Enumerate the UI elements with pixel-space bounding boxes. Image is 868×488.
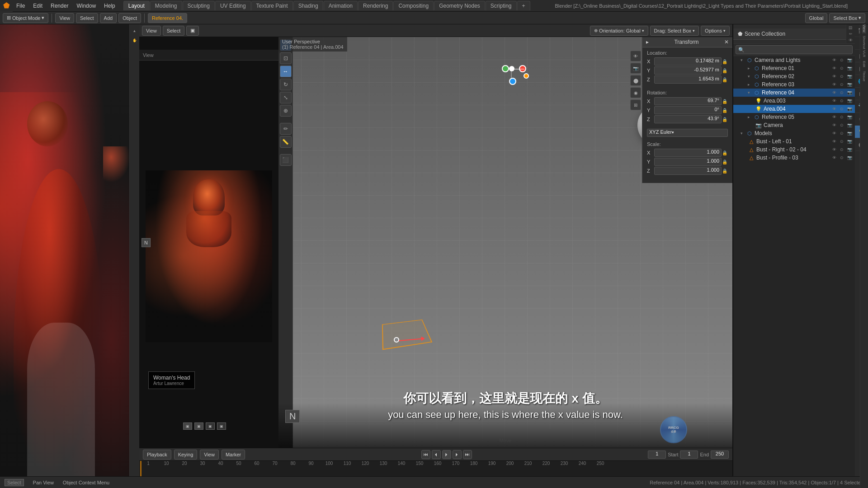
tree-item-ref05[interactable]: ▸ ⬡ Reference 05 👁 ⊙ 📷 bbox=[733, 113, 855, 121]
vp-select-btn[interactable]: Select bbox=[163, 26, 185, 36]
transform-panel-header[interactable]: ▸ Transform ✕ bbox=[642, 37, 732, 47]
tree-render-area004[interactable]: 📷 bbox=[846, 106, 853, 112]
tree-item-camera[interactable]: 📷 Camera 👁 ⊙ 📷 bbox=[733, 121, 855, 129]
rot-x-lock[interactable]: 🔒 bbox=[722, 99, 728, 104]
scene-search-input[interactable] bbox=[736, 45, 853, 54]
tree-item-models[interactable]: ▾ ⬡ Models 👁 ⊙ 📷 bbox=[733, 129, 855, 137]
loc-y-lock[interactable]: 🔒 bbox=[722, 68, 728, 73]
tree-item-area003[interactable]: 💡 Area.003 👁 ⊙ 📷 bbox=[733, 97, 855, 105]
scale-z-input[interactable]: 1.000 bbox=[654, 167, 722, 175]
end-frame[interactable]: 250 bbox=[711, 450, 729, 459]
rotation-z-input[interactable]: 43.9° bbox=[654, 115, 722, 123]
tree-item-bust-right[interactable]: △ Bust - Right - 02 - 04 👁 ⊙ 📷 bbox=[733, 145, 855, 154]
jump-end-btn[interactable]: ⏭ bbox=[463, 450, 472, 459]
tree-eye-bust-profile[interactable]: 👁 bbox=[831, 155, 837, 161]
tab-animation[interactable]: Animation bbox=[324, 1, 358, 10]
left-panel-icon-1[interactable]: ▲ bbox=[131, 27, 139, 35]
scene-coll-icon-2[interactable]: ✏ bbox=[846, 31, 855, 37]
tree-render-ref01[interactable]: 📷 bbox=[846, 65, 853, 71]
transform-tool[interactable]: ⊕ bbox=[280, 105, 292, 117]
tree-arrow-ref01[interactable]: ▸ bbox=[748, 66, 753, 70]
tree-item-ref03[interactable]: ▸ ⬡ Reference 03 👁 ⊙ 📷 bbox=[733, 80, 855, 89]
tree-eye-bust-right[interactable]: 👁 bbox=[831, 146, 837, 153]
tree-cursor-models[interactable]: ⊙ bbox=[839, 130, 845, 136]
tree-render-ref03[interactable]: 📷 bbox=[846, 81, 853, 88]
menu-edit[interactable]: Edit bbox=[29, 2, 46, 10]
tree-item-camera-lights[interactable]: ▾ ⬡ Camera and Lights 👁 ⊙ 📷 bbox=[733, 56, 855, 64]
vp-camera-btn[interactable]: 📷 bbox=[630, 63, 641, 74]
scene-coll-icon-1[interactable]: ▤ bbox=[846, 24, 855, 31]
next-frame-btn[interactable]: ⏵ bbox=[453, 450, 462, 459]
tree-render-bust-profile[interactable]: 📷 bbox=[846, 155, 853, 161]
timeline-tab-playback[interactable]: Playback bbox=[143, 450, 171, 460]
timeline-controls[interactable]: 1 10 20 30 40 50 60 70 80 90 100 110 120… bbox=[139, 461, 732, 476]
tree-eye-ref02[interactable]: 👁 bbox=[831, 73, 837, 80]
main-3d-viewport[interactable]: User Perspective (1) Reference 04 | Area… bbox=[278, 37, 732, 448]
location-z-input[interactable]: 1.6543 m bbox=[654, 75, 722, 84]
scale-y-lock[interactable]: 🔒 bbox=[722, 160, 728, 164]
blender-logo[interactable]: ⬟ bbox=[0, 0, 13, 12]
tab-layout[interactable]: Layout bbox=[123, 1, 150, 10]
scale-tool[interactable]: ⤡ bbox=[280, 92, 292, 103]
rotation-y-input[interactable]: 0° bbox=[654, 106, 722, 114]
current-frame[interactable]: 1 bbox=[648, 450, 666, 459]
panel-tab-shortcut[interactable]: Shortcut VLR bbox=[862, 34, 866, 59]
tree-eye-ref03[interactable]: 👁 bbox=[831, 81, 837, 88]
tab-scripting[interactable]: Scripting bbox=[486, 1, 517, 10]
tree-item-ref04[interactable]: ▾ ⬡ Reference 04 👁 ⊙ 📷 bbox=[733, 89, 855, 97]
scale-y-input[interactable]: 1.000 bbox=[654, 158, 722, 166]
tree-arrow-ref02[interactable]: ▾ bbox=[748, 74, 753, 79]
tab-texture-paint[interactable]: Texture Paint bbox=[251, 1, 293, 10]
tree-eye-models[interactable]: 👁 bbox=[831, 130, 837, 136]
loc-x-lock[interactable]: 🔒 bbox=[722, 59, 728, 64]
play-btn[interactable]: ⏵ bbox=[442, 450, 451, 459]
tree-cursor-ref04[interactable]: ⊙ bbox=[839, 89, 845, 96]
tab-compositing[interactable]: Compositing bbox=[393, 1, 434, 10]
tree-cursor-ref02[interactable]: ⊙ bbox=[839, 73, 845, 80]
tree-cursor-ref03[interactable]: ⊙ bbox=[839, 81, 845, 88]
tab-geometry-nodes[interactable]: Geometry Nodes bbox=[434, 1, 485, 10]
timeline-tab-view[interactable]: View bbox=[200, 450, 219, 460]
loc-z-lock[interactable]: 🔒 bbox=[722, 77, 728, 82]
tree-arrow-models[interactable]: ▾ bbox=[741, 131, 746, 136]
tree-render-ref02[interactable]: 📷 bbox=[846, 73, 853, 80]
tree-render-models[interactable]: 📷 bbox=[846, 130, 853, 136]
tree-item-bust-profile[interactable]: △ Bust - Profile - 03 👁 ⊙ 📷 bbox=[733, 154, 855, 162]
tree-render-ref05[interactable]: 📷 bbox=[846, 114, 853, 120]
tree-eye-ref04[interactable]: 👁 bbox=[831, 89, 837, 96]
tree-item-ref01[interactable]: ▸ ⬡ Reference 01 👁 ⊙ 📷 bbox=[733, 64, 855, 72]
drag-select[interactable]: Drag: Select Box ▾ bbox=[650, 26, 699, 36]
tab-shading[interactable]: Shading bbox=[293, 1, 323, 10]
tree-render-ref04[interactable]: 📷 bbox=[846, 89, 853, 96]
vp-overlay-btn[interactable]: ◉ bbox=[630, 87, 641, 98]
tree-render-bust-left[interactable]: 📷 bbox=[846, 138, 853, 145]
tree-cursor-ref05[interactable]: ⊙ bbox=[839, 114, 845, 120]
drag-select-box[interactable]: Select Box▾ bbox=[829, 13, 865, 23]
rotation-mode-dropdown[interactable]: XYZ Euler▾ bbox=[647, 129, 728, 137]
timeline-tab-keying[interactable]: Keying bbox=[174, 450, 198, 460]
panel-tab-tissue[interactable]: Tissue bbox=[862, 70, 866, 83]
select-box-tool[interactable]: ⊡ bbox=[280, 52, 292, 64]
move-tool[interactable]: ↔ bbox=[280, 66, 292, 77]
measure-tool[interactable]: 📏 bbox=[280, 136, 292, 148]
menu-window[interactable]: Window bbox=[73, 2, 99, 10]
tree-cursor-ref01[interactable]: ⊙ bbox=[839, 65, 845, 71]
options-btn[interactable]: Options ▾ bbox=[701, 26, 730, 36]
add-cube-tool[interactable]: ⬛ bbox=[280, 154, 292, 166]
tree-cursor-area004[interactable]: ⊙ bbox=[839, 106, 845, 112]
tree-render-bust-right[interactable]: 📷 bbox=[846, 146, 853, 153]
scale-x-lock[interactable]: 🔒 bbox=[722, 150, 728, 155]
tree-item-bust-left[interactable]: △ Bust - Left - 01 👁 ⊙ 📷 bbox=[733, 137, 855, 145]
panel-tab-view[interactable]: View bbox=[862, 23, 866, 33]
tree-cursor-area003[interactable]: ⊙ bbox=[839, 98, 845, 104]
tree-arrow-1[interactable]: ▾ bbox=[741, 58, 746, 62]
jump-start-btn[interactable]: ⏮ bbox=[421, 450, 430, 459]
location-x-input[interactable]: 0.17482 m bbox=[654, 57, 722, 66]
tree-render-camera[interactable]: 📷 bbox=[846, 122, 853, 128]
view-btn[interactable]: View bbox=[55, 13, 74, 23]
tree-cursor-1[interactable]: ⊙ bbox=[839, 57, 845, 63]
menu-render[interactable]: Render bbox=[47, 2, 72, 10]
scene-coll-icon-3[interactable]: 👁 bbox=[846, 37, 855, 43]
left-panel-icon-2[interactable]: ✋ bbox=[131, 36, 139, 44]
vp-cursor-btn[interactable]: ▣ bbox=[186, 26, 199, 36]
